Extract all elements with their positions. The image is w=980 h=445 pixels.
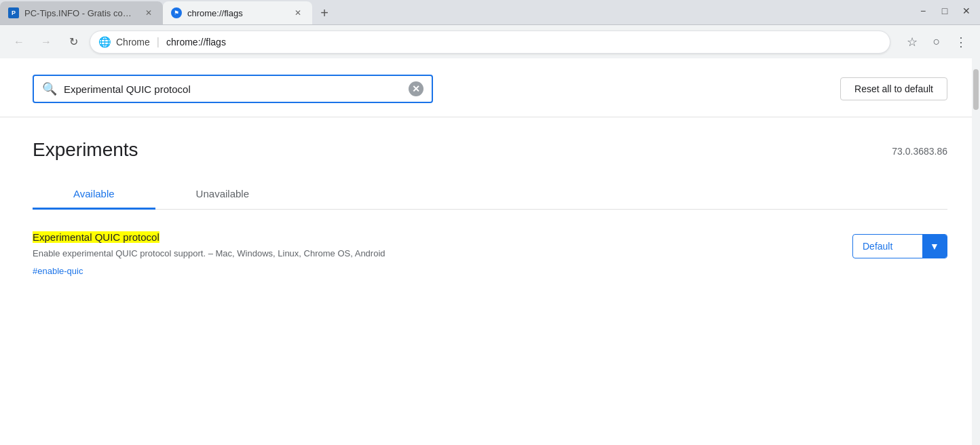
tab-pctips-title: PC-Tips.INFO - Gratis computer t (24, 8, 137, 18)
tab-unavailable[interactable]: Unavailable (155, 180, 290, 210)
title-bar: − □ ✕ P PC-Tips.INFO - Gratis computer t… (0, 0, 980, 24)
flag-dropdown-arrow-icon: ▼ (922, 234, 947, 258)
new-tab-button[interactable]: + (315, 3, 334, 22)
address-text: chrome://flags (166, 37, 226, 47)
tab-pctips[interactable]: P PC-Tips.INFO - Gratis computer t ✕ (0, 1, 163, 24)
site-name: Chrome (116, 37, 150, 47)
tab-pctips-close[interactable]: ✕ (143, 7, 155, 19)
scrollbar-thumb[interactable] (973, 69, 979, 110)
toolbar-icons: ☆ ○ ⋮ (901, 31, 972, 53)
experiments-area: Experiments 73.0.3683.86 (0, 117, 980, 161)
reload-button[interactable]: ↻ (62, 31, 84, 53)
flag-dropdown-value: Default (853, 241, 922, 252)
flag-dropdown[interactable]: Default ▼ (852, 234, 947, 258)
flags-list: Experimental QUIC protocol Enable experi… (0, 210, 980, 298)
minimize-button[interactable]: − (918, 5, 928, 16)
scrollbar[interactable] (972, 58, 980, 445)
content-tabs: Available Unavailable (33, 180, 947, 210)
back-button[interactable]: ← (8, 31, 30, 53)
bookmark-button[interactable]: ☆ (901, 31, 923, 53)
page-content: 🔍 ✕ Reset all to default Experiments 73.… (0, 58, 980, 445)
flag-anchor[interactable]: #enable-quic (33, 266, 83, 276)
browser-chrome: ← → ↻ 🌐 Chrome | chrome://flags ☆ ○ ⋮ (0, 24, 980, 58)
flag-title: Experimental QUIC protocol (33, 231, 825, 243)
search-input[interactable] (64, 83, 402, 95)
address-bar[interactable]: 🌐 Chrome | chrome://flags (90, 31, 890, 54)
close-button[interactable]: ✕ (961, 5, 972, 16)
maximize-button[interactable]: □ (939, 5, 950, 16)
search-icon: 🔍 (42, 81, 57, 96)
flag-description: Enable experimental QUIC protocol suppor… (33, 247, 825, 260)
menu-button[interactable]: ⋮ (950, 31, 972, 53)
tab-flags-title: chrome://flags (187, 8, 286, 18)
flag-title-highlighted: Experimental QUIC protocol (33, 231, 159, 243)
tab-bar: P PC-Tips.INFO - Gratis computer t ✕ ⚑ c… (0, 0, 334, 24)
tab-pctips-favicon: P (8, 7, 19, 18)
version-text: 73.0.3683.86 (892, 146, 947, 157)
forward-button[interactable]: → (35, 31, 57, 53)
clear-search-button[interactable]: ✕ (409, 81, 423, 96)
reset-all-button[interactable]: Reset all to default (840, 77, 947, 100)
search-box-container: 🔍 ✕ (33, 75, 433, 103)
address-divider: | (157, 36, 159, 48)
window-controls: − □ ✕ (918, 5, 972, 16)
tab-flags-favicon: ⚑ (171, 7, 182, 18)
tab-flags-close[interactable]: ✕ (292, 7, 304, 19)
profile-button[interactable]: ○ (926, 31, 947, 53)
tab-flags[interactable]: ⚑ chrome://flags ✕ (163, 1, 312, 24)
flag-info: Experimental QUIC protocol Enable experi… (33, 231, 825, 277)
tab-available[interactable]: Available (33, 180, 155, 210)
site-icon: 🌐 (98, 36, 111, 48)
page-title: Experiments (33, 139, 138, 161)
search-area: 🔍 ✕ Reset all to default (0, 58, 980, 117)
flag-item: Experimental QUIC protocol Enable experi… (33, 231, 947, 277)
